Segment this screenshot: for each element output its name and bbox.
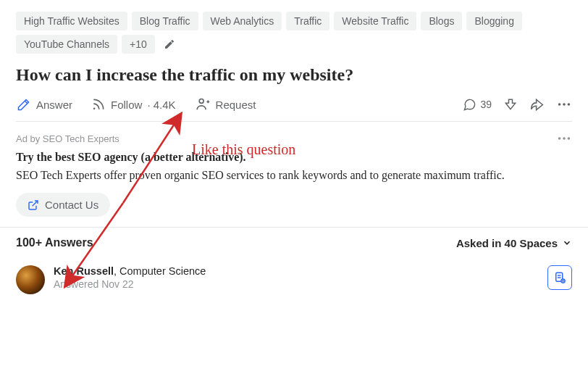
- topic-tag[interactable]: High Traffic Websites: [16, 12, 127, 30]
- answered-date[interactable]: Answered Nov 22: [54, 278, 539, 290]
- svg-point-6: [563, 137, 566, 140]
- chevron-down-icon: [562, 238, 572, 248]
- topic-tag-more[interactable]: +10: [122, 35, 155, 54]
- svg-point-2: [558, 103, 561, 106]
- edit-topics-icon[interactable]: [159, 37, 180, 51]
- share-button[interactable]: [529, 97, 545, 112]
- follow-count: · 4.4K: [147, 99, 175, 111]
- answers-count: 100+ Answers: [16, 236, 93, 249]
- more-icon: [556, 130, 572, 146]
- follow-icon: [91, 97, 106, 112]
- avatar[interactable]: [16, 265, 45, 294]
- request-icon: [195, 96, 211, 112]
- topic-tag[interactable]: Blogs: [421, 12, 462, 30]
- ad-body: SEO Tech Experts offer proven organic SE…: [16, 167, 572, 184]
- topic-tags-row: High Traffic Websites Blog Traffic Web A…: [16, 12, 572, 54]
- bookmark-button[interactable]: [547, 265, 572, 290]
- downvote-button[interactable]: [503, 97, 518, 112]
- answer-author-line[interactable]: Ken Russell, Computer Science: [54, 265, 539, 277]
- external-link-icon: [28, 199, 39, 211]
- downvote-icon: [503, 97, 518, 112]
- topic-tag[interactable]: Website Traffic: [334, 12, 416, 30]
- comment-icon: [463, 98, 476, 112]
- question-title: How can I increase the traffic on my web…: [16, 64, 572, 86]
- svg-point-3: [563, 103, 566, 106]
- asked-in-label: Asked in 40 Spaces: [456, 237, 558, 249]
- answer-label: Answer: [36, 99, 72, 111]
- comments-button[interactable]: 39: [463, 98, 492, 112]
- more-button[interactable]: [556, 96, 572, 112]
- bookmark-icon: [553, 271, 566, 284]
- ad-cta-button[interactable]: Contact Us: [16, 193, 110, 217]
- comments-count: 39: [480, 99, 492, 110]
- answer-item: Ken Russell, Computer Science Answered N…: [16, 261, 572, 294]
- request-button[interactable]: Request: [195, 96, 256, 112]
- answer-button[interactable]: Answer: [16, 97, 72, 112]
- request-label: Request: [216, 99, 256, 111]
- answer-icon: [16, 97, 31, 112]
- svg-point-1: [199, 99, 203, 104]
- topic-tag[interactable]: YouTube Channels: [16, 35, 117, 54]
- topic-tag[interactable]: Traffic: [286, 12, 329, 30]
- svg-point-0: [93, 108, 96, 110]
- svg-point-7: [568, 137, 571, 140]
- svg-point-4: [568, 103, 571, 106]
- topic-tag[interactable]: Blogging: [466, 12, 522, 30]
- topic-tag[interactable]: Blog Traffic: [132, 12, 198, 30]
- answers-header: 100+ Answers Asked in 40 Spaces: [16, 228, 572, 261]
- author-name: Ken Russell: [54, 265, 114, 277]
- ad-title: Try the best SEO agency (a better altern…: [16, 151, 572, 164]
- ad-cta-label: Contact Us: [45, 199, 98, 211]
- asked-in-spaces-button[interactable]: Asked in 40 Spaces: [456, 237, 572, 249]
- follow-label: Follow: [111, 99, 142, 111]
- author-credential: , Computer Science: [114, 265, 206, 277]
- ad-block: Ad by SEO Tech Experts Try the best SEO …: [16, 130, 572, 217]
- action-bar: Answer Follow · 4.4K: [16, 96, 572, 122]
- more-icon: [556, 96, 572, 112]
- share-icon: [529, 97, 545, 112]
- follow-button[interactable]: Follow · 4.4K: [91, 97, 176, 112]
- topic-tag[interactable]: Web Analytics: [203, 12, 282, 30]
- ad-more-button[interactable]: [556, 130, 572, 146]
- svg-point-5: [558, 137, 561, 140]
- ad-label: Ad by SEO Tech Experts: [16, 133, 119, 144]
